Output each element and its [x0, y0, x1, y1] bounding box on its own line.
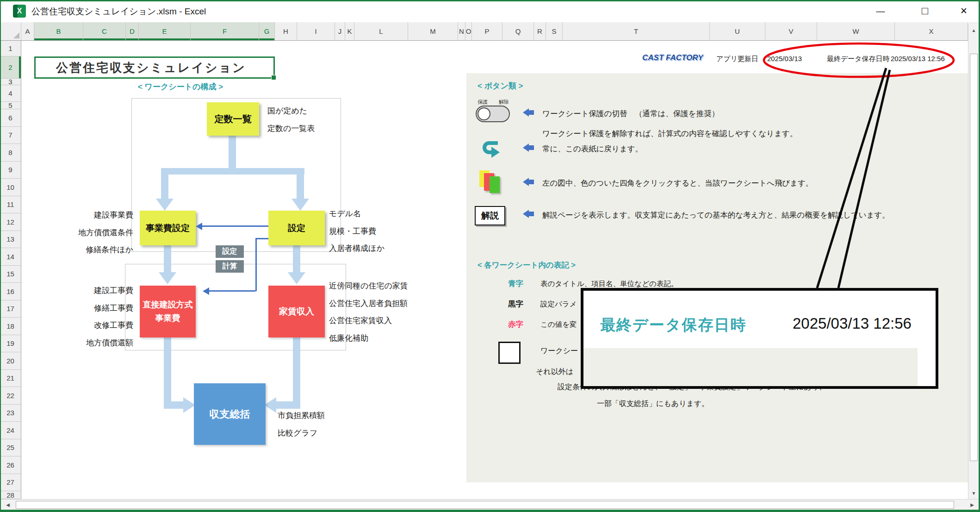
- column-header-L[interactable]: L: [354, 22, 408, 40]
- notation-desc-blue: 表のタイトル、項目名、単位などの表記。: [540, 279, 678, 289]
- column-header-V[interactable]: V: [765, 22, 817, 40]
- row-header-25[interactable]: 25: [0, 439, 21, 457]
- column-header-N[interactable]: N: [458, 22, 465, 40]
- row-header-17[interactable]: 17: [0, 300, 21, 318]
- left-arrow-icon: [523, 178, 529, 186]
- row-header-6[interactable]: 6: [0, 109, 21, 127]
- notation-term-black: 黒字: [508, 299, 523, 309]
- column-header-U[interactable]: U: [710, 22, 765, 40]
- column-header-K[interactable]: K: [345, 22, 354, 40]
- return-arrow-icon[interactable]: [481, 139, 502, 158]
- column-header-O[interactable]: O: [465, 22, 472, 40]
- column-header-Q[interactable]: Q: [502, 22, 534, 40]
- column-header-D[interactable]: D: [126, 22, 139, 40]
- row-header-1[interactable]: 1: [0, 41, 21, 56]
- row-header-8[interactable]: 8: [0, 144, 21, 162]
- excel-app-icon[interactable]: X: [13, 5, 26, 18]
- column-header-H[interactable]: H: [275, 22, 297, 40]
- column-header-M[interactable]: M: [408, 22, 458, 40]
- row-header-2[interactable]: 2: [0, 56, 21, 79]
- kaisetsu-text: 解説ページを表示します。収支算定にあたっての基本的な考え方と、結果の概要を解説し…: [542, 210, 890, 220]
- notation-desc-black: 設定パラメ: [540, 300, 577, 309]
- save-datetime-label: 最終データ保存日時: [827, 55, 890, 63]
- scroll-up-button[interactable]: ▲: [968, 24, 979, 36]
- column-header-S[interactable]: S: [546, 22, 563, 40]
- column-header-A[interactable]: A: [21, 22, 34, 40]
- scroll-right-button[interactable]: ▶: [966, 500, 978, 510]
- column-header-T[interactable]: T: [563, 22, 710, 40]
- side-label: 公営住宅入居者負担額: [329, 295, 408, 312]
- row-header-9[interactable]: 9: [0, 162, 21, 179]
- row-header-5[interactable]: 5: [0, 102, 21, 109]
- vertical-scroll-thumb[interactable]: [970, 54, 978, 461]
- row-header-13[interactable]: 13: [0, 231, 21, 249]
- row-header-24[interactable]: 24: [0, 422, 21, 439]
- fill-handle[interactable]: [271, 75, 276, 80]
- squares-text: 左の図中、色のついた四角をクリックすると、当該ワークシートへ飛びます。: [542, 178, 813, 188]
- sheet-body: 公営住宅収支シミュレイション < ワークシートの構成 >: [21, 41, 968, 499]
- arrowhead-down-left: [156, 199, 174, 211]
- node-teisu-ichiran[interactable]: 定数一覧: [207, 102, 259, 136]
- node-yachin[interactable]: 家賃収入: [268, 286, 325, 337]
- column-header-C[interactable]: C: [83, 22, 126, 40]
- kaisetsu-button[interactable]: 解説: [475, 206, 505, 225]
- column-header-F[interactable]: F: [191, 22, 259, 40]
- horizontal-scroll-thumb[interactable]: [16, 501, 954, 509]
- toggle-note: ワークシート保護を解除すれば、計算式の内容を確認しやすくなります。: [542, 129, 797, 139]
- row-header-14[interactable]: 14: [0, 248, 21, 266]
- node-chokusetsu-line2: 事業費: [155, 312, 180, 325]
- row-header-10[interactable]: 10: [0, 179, 21, 196]
- connector-down-from-teisu: [229, 136, 236, 169]
- arrowhead-to-yachin: [288, 272, 305, 284]
- column-header-I[interactable]: I: [297, 22, 335, 40]
- node-settei[interactable]: 設定: [268, 211, 325, 245]
- teisu-note: 国が定めた定数の一覧表: [267, 102, 315, 137]
- row-header-16[interactable]: 16: [0, 283, 21, 300]
- side-label: 地方債償還額: [21, 334, 133, 352]
- close-button[interactable]: ✕: [949, 0, 978, 22]
- column-header-P[interactable]: P: [472, 22, 502, 40]
- title-cell[interactable]: 公営住宅収支シミュレイション: [34, 56, 275, 79]
- column-header-X[interactable]: X: [895, 22, 968, 40]
- maximize-button[interactable]: □: [911, 0, 939, 22]
- row-header-7[interactable]: 7: [0, 127, 21, 144]
- row-header-15[interactable]: 15: [0, 266, 21, 283]
- column-header-E[interactable]: E: [139, 22, 191, 40]
- scroll-left-button[interactable]: ◀: [2, 500, 14, 510]
- node-jigyohi-settei[interactable]: 事業費設定: [140, 211, 196, 245]
- column-header-J[interactable]: J: [335, 22, 345, 40]
- horizontal-scrollbar[interactable]: ◀ ▶: [1, 499, 979, 510]
- select-all-corner[interactable]: [0, 22, 21, 40]
- row-header-18[interactable]: 18: [0, 318, 21, 335]
- side-label: 公営住宅家賃収入: [329, 312, 408, 330]
- thin-arrow-settei-to-jigyohi: [202, 225, 268, 227]
- row-header-21[interactable]: 21: [0, 370, 21, 387]
- protection-toggle[interactable]: [476, 106, 510, 122]
- scroll-down-button[interactable]: ▼: [968, 487, 979, 499]
- vertical-scrollbar[interactable]: ▲ ▼: [968, 24, 979, 499]
- row-header-22[interactable]: 22: [0, 387, 21, 405]
- row-header-3[interactable]: 3: [0, 79, 21, 85]
- row-header-19[interactable]: 19: [0, 335, 21, 353]
- row-header-27[interactable]: 27: [0, 474, 21, 492]
- column-header-G[interactable]: G: [259, 22, 275, 40]
- row-header-23[interactable]: 23: [0, 405, 21, 422]
- settei-side-labels: モデル名規模・工事費入居者構成ほか: [329, 205, 385, 257]
- column-header-B[interactable]: B: [34, 22, 83, 40]
- row-header-26[interactable]: 26: [0, 456, 21, 474]
- row-header-12[interactable]: 12: [0, 213, 21, 231]
- row-header-4[interactable]: 4: [0, 85, 21, 102]
- legend-line1: ワークシー: [540, 346, 578, 356]
- row-header-28[interactable]: 28: [0, 491, 21, 499]
- side-label: 比較グラフ: [278, 425, 325, 442]
- node-shushi[interactable]: 収支総括: [194, 383, 266, 445]
- row-headers: 1234567891011121314151617181920212223242…: [0, 41, 21, 499]
- row-header-20[interactable]: 20: [0, 352, 21, 370]
- column-header-W[interactable]: W: [817, 22, 895, 40]
- row-header-11[interactable]: 11: [0, 196, 21, 214]
- app-update-label: アプリ更新日: [716, 55, 758, 63]
- minimize-button[interactable]: —: [866, 0, 895, 22]
- node-chokusetsu[interactable]: 直接建設方式 事業費: [140, 286, 196, 337]
- connector-chokusetsu-down: [164, 337, 171, 405]
- column-header-R[interactable]: R: [534, 22, 546, 40]
